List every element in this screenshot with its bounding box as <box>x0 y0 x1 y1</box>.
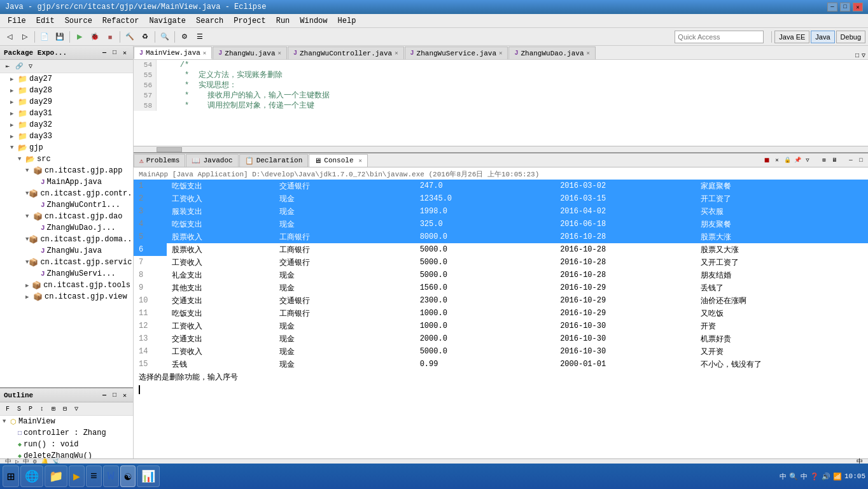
outline-sort[interactable]: ↕ <box>37 404 47 414</box>
perspective-java[interactable]: Java <box>811 31 834 43</box>
maximize-button[interactable]: □ <box>840 3 850 11</box>
toolbar-search-btn[interactable]: 🔍 <box>158 30 172 44</box>
tree-zhangwu[interactable]: ▶ J ZhangWu.java <box>0 245 133 257</box>
toolbar-new[interactable]: 📄 <box>38 30 52 44</box>
tab-javadoc[interactable]: 📖 Javadoc <box>186 154 238 167</box>
perspective-javaee[interactable]: Java EE <box>774 31 809 43</box>
view-menu-btn[interactable]: ▽ <box>25 61 36 71</box>
tree-day31[interactable]: ▶ 📁 day31 <box>0 108 133 119</box>
outline-maximize[interactable]: □ <box>110 391 119 400</box>
link-editor-btn[interactable]: 🔗 <box>14 61 24 71</box>
tab-console[interactable]: 🖥 Console ✕ <box>309 154 368 167</box>
open-console-btn[interactable]: ⊞ <box>820 156 829 165</box>
outline-run-method[interactable]: ▶ ◆ run() : void <box>0 439 133 450</box>
editor-hscroll[interactable] <box>134 146 868 152</box>
tree-gjp[interactable]: ▼ 📂 gjp <box>0 142 133 153</box>
taskbar-ie[interactable]: 🌐 <box>20 465 43 487</box>
tree-mainapp[interactable]: ▶ J MainApp.java <box>0 176 133 188</box>
console-menu[interactable]: ▽ <box>803 156 812 165</box>
tree-zhangwucontroller[interactable]: ▶ J ZhangWuContrl... <box>0 199 133 211</box>
console-type-btn[interactable]: 🖥 <box>830 156 839 165</box>
toolbar-clean[interactable]: ♻ <box>138 30 152 44</box>
hscroll-thumb[interactable] <box>157 147 182 152</box>
toolbar-debug[interactable]: 🐞 <box>88 30 102 44</box>
outline-hide-nonpublic[interactable]: P <box>25 404 36 414</box>
tree-view-pkg[interactable]: ▶ 📦 cn.itcast.gjp.view <box>0 291 133 302</box>
tab-controller[interactable]: J ZhangWuController.java ✕ <box>288 46 404 59</box>
tree-app-pkg[interactable]: ▼ 📦 cn.itcast.gjp.app <box>0 165 133 176</box>
tree-src[interactable]: ▼ 📂 src <box>0 153 133 165</box>
minimize-button[interactable]: — <box>827 3 837 11</box>
minimize-panel-btn[interactable]: — <box>100 48 109 57</box>
tab-problems[interactable]: ⚠ Problems <box>134 154 185 167</box>
menu-edit[interactable]: Edit <box>31 15 60 27</box>
tree-domain-pkg[interactable]: ▼ 📦 cn.itcast.gjp.doma... <box>0 234 133 245</box>
vscroll[interactable] <box>862 152 868 464</box>
menu-search[interactable]: Search <box>191 15 228 27</box>
start-button[interactable]: ⊞ <box>3 465 19 487</box>
tree-day28[interactable]: ▶ 📁 day28 <box>0 85 133 96</box>
outline-mainview[interactable]: ▼ ⬡ MainView <box>0 416 133 427</box>
outline-close[interactable]: ✕ <box>120 391 129 400</box>
toolbar-build[interactable]: 🔨 <box>123 30 137 44</box>
tab-close[interactable]: ✕ <box>203 50 206 57</box>
toolbar-misc2[interactable]: ☰ <box>193 30 207 44</box>
collapse-all-btn[interactable]: ⇤ <box>3 61 13 71</box>
taskbar-misc1[interactable]: ≡ <box>86 465 102 487</box>
console-close[interactable]: ✕ <box>359 157 362 164</box>
tree-dao-pkg[interactable]: ▼ 📦 cn.itcast.gjp.dao <box>0 211 133 222</box>
tab-close[interactable]: ✕ <box>587 50 590 57</box>
maximize-panel-btn[interactable]: □ <box>110 48 119 57</box>
toolbar-back[interactable]: ◁ <box>3 30 17 44</box>
toolbar-run[interactable]: ▶ <box>73 30 87 44</box>
toolbar-misc1[interactable]: ⚙ <box>178 30 192 44</box>
toolbar-forward[interactable]: ▷ <box>18 30 32 44</box>
editor-maximize-btn[interactable]: □ <box>855 52 859 59</box>
taskbar-eclipse-active[interactable]: ☯ <box>120 465 136 487</box>
tab-mainview[interactable]: J MainView.java ✕ <box>134 46 212 59</box>
tab-declaration[interactable]: 📋 Declaration <box>239 154 309 167</box>
outline-hide-fields[interactable]: F <box>3 404 13 414</box>
menu-navigate[interactable]: Navigate <box>144 15 191 27</box>
tab-service[interactable]: J ZhangWuService.java ✕ <box>405 46 508 59</box>
tree-tools-pkg[interactable]: ▶ 📦 cn.itcast.gjp.tools <box>0 280 133 291</box>
tab-close[interactable]: ✕ <box>499 50 502 57</box>
taskbar-word[interactable]: W <box>103 465 119 487</box>
pin-console-btn[interactable]: 📌 <box>793 156 802 165</box>
stop-btn[interactable]: ■ <box>762 156 771 165</box>
code-content[interactable]: 54 /* 55 * 定义方法，实现账务删除 56 * 实现思想： 57 * 接… <box>134 60 868 146</box>
outline-view-menu[interactable]: ▽ <box>71 404 81 414</box>
tab-close[interactable]: ✕ <box>395 50 398 57</box>
close-panel-btn[interactable]: ✕ <box>120 48 129 57</box>
menu-file[interactable]: File <box>3 15 31 27</box>
menu-window[interactable]: Window <box>295 15 332 27</box>
clear-console-btn[interactable]: ✕ <box>773 156 781 165</box>
outline-collapse[interactable]: ⊟ <box>60 404 70 414</box>
tree-zhangwuservice[interactable]: ▶ J ZhangWuServi... <box>0 268 133 280</box>
tab-zhangwu[interactable]: J ZhangWu.java ✕ <box>213 46 287 59</box>
quick-access-input[interactable] <box>675 31 764 43</box>
toolbar-stop[interactable]: ■ <box>103 30 117 44</box>
tab-dao[interactable]: J ZhangWuDao.java ✕ <box>508 46 595 59</box>
menu-run[interactable]: Run <box>271 15 295 27</box>
menu-refactor[interactable]: Refactor <box>97 15 144 27</box>
tree-service-pkg[interactable]: ▼ 📦 cn.itcast.gjp.servic... <box>0 257 133 268</box>
taskbar-media[interactable]: ▶ <box>69 465 85 487</box>
taskbar-explorer[interactable]: 📁 <box>45 465 67 487</box>
tree-day29[interactable]: ▶ 📁 day29 <box>0 96 133 108</box>
menu-help[interactable]: Help <box>333 15 361 27</box>
menu-project[interactable]: Project <box>228 15 270 27</box>
taskbar-chart[interactable]: 📊 <box>137 465 160 487</box>
scroll-lock-btn[interactable]: 🔒 <box>783 156 792 165</box>
tree-day27[interactable]: ▶ 📁 day27 <box>0 73 133 85</box>
outline-controller-field[interactable]: ▶ □ controller : Zhang <box>0 427 133 439</box>
menu-source[interactable]: Source <box>60 15 97 27</box>
toolbar-save[interactable]: 💾 <box>53 30 67 44</box>
tree-zhangwudao[interactable]: ▶ J ZhangWuDao.j... <box>0 222 133 234</box>
outline-minimize[interactable]: — <box>100 391 109 400</box>
minimize-panel-btn[interactable]: — <box>846 156 855 165</box>
outline-expand[interactable]: ⊞ <box>48 404 59 414</box>
tree-controller-pkg[interactable]: ▼ 📦 cn.itcast.gjp.contr... <box>0 188 133 199</box>
outline-hide-static[interactable]: S <box>14 404 24 414</box>
tab-close[interactable]: ✕ <box>278 50 281 57</box>
